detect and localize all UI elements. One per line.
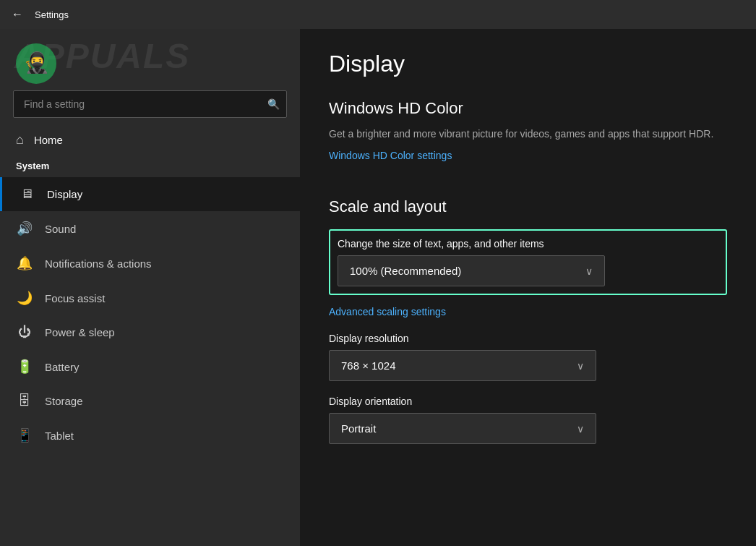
tablet-icon: 📱 [16, 427, 33, 443]
sidebar-item-notifications[interactable]: 🔔 Notifications & actions [0, 246, 300, 281]
scale-title: Scale and layout [329, 197, 727, 216]
size-dropdown[interactable]: 100% (Recommended) ∨ [338, 255, 605, 286]
power-icon: ⏻ [16, 325, 33, 340]
hdr-title: Windows HD Color [329, 99, 727, 118]
back-button[interactable]: ← [9, 5, 26, 24]
scale-section: Scale and layout Change the size of text… [329, 197, 727, 444]
sidebar-item-sound[interactable]: 🔊 Sound [0, 211, 300, 246]
title-bar: ← Settings [0, 0, 756, 29]
resolution-value: 768 × 1024 [341, 359, 396, 372]
scaling-link[interactable]: Advanced scaling settings [329, 306, 446, 317]
hdr-section: Windows HD Color Get a brighter and more… [329, 99, 727, 162]
sidebar: APPUALS 🥷 🔍 ⌂ Home System 🖥 Display 🔊 [0, 29, 300, 546]
sidebar-item-display[interactable]: 🖥 Display [0, 177, 300, 211]
resolution-chevron-icon: ∨ [577, 360, 584, 372]
nav-label-battery: Battery [45, 361, 80, 373]
storage-icon: 🗄 [16, 393, 33, 409]
orientation-chevron-icon: ∨ [577, 423, 584, 435]
hdr-link[interactable]: Windows HD Color settings [329, 150, 452, 161]
size-group-box: Change the size of text, apps, and other… [329, 229, 727, 295]
content-panel: Display Windows HD Color Get a brighter … [300, 29, 756, 546]
home-icon: ⌂ [16, 132, 24, 148]
sidebar-item-storage[interactable]: 🗄 Storage [0, 384, 300, 418]
home-label: Home [34, 134, 63, 146]
svg-text:🥷: 🥷 [24, 51, 49, 74]
nav-label-focus: Focus assist [45, 292, 105, 304]
size-label: Change the size of text, apps, and other… [338, 238, 718, 249]
resolution-label: Display resolution [329, 333, 727, 344]
resolution-dropdown[interactable]: 768 × 1024 ∨ [329, 350, 596, 381]
sound-icon: 🔊 [16, 221, 33, 236]
search-container: 🔍 [13, 90, 287, 118]
search-icon: 🔍 [267, 98, 280, 110]
search-input[interactable] [13, 90, 287, 118]
focus-icon: 🌙 [16, 290, 33, 306]
notifications-icon: 🔔 [16, 255, 33, 271]
nav-label-storage: Storage [45, 395, 83, 407]
divider-1 [329, 179, 727, 180]
system-section-label: System [0, 155, 300, 177]
orientation-section: Display orientation Portrait ∨ [329, 396, 727, 444]
logo: 🥷 [14, 42, 58, 85]
nav-label-notifications: Notifications & actions [45, 257, 152, 270]
orientation-label: Display orientation [329, 396, 727, 407]
sidebar-item-tablet[interactable]: 📱 Tablet [0, 418, 300, 453]
nav-label-display: Display [47, 188, 82, 200]
home-item[interactable]: ⌂ Home [0, 125, 300, 155]
display-icon: 🖥 [18, 187, 35, 202]
main-container: APPUALS 🥷 🔍 ⌂ Home System 🖥 Display 🔊 [0, 29, 756, 546]
orientation-value: Portrait [341, 422, 376, 435]
title-bar-title: Settings [35, 9, 69, 20]
battery-icon: 🔋 [16, 359, 33, 375]
size-dropdown-group: Change the size of text, apps, and other… [329, 229, 727, 318]
sidebar-item-battery[interactable]: 🔋 Battery [0, 349, 300, 384]
size-chevron-icon: ∨ [585, 265, 593, 277]
sidebar-item-power[interactable]: ⏻ Power & sleep [0, 315, 300, 349]
page-title: Display [329, 51, 727, 77]
size-value: 100% (Recommended) [350, 265, 461, 277]
nav-label-tablet: Tablet [45, 430, 74, 442]
nav-label-power: Power & sleep [45, 326, 115, 338]
orientation-dropdown[interactable]: Portrait ∨ [329, 413, 596, 444]
hdr-description: Get a brighter and more vibrant picture … [329, 127, 727, 142]
resolution-section: Display resolution 768 × 1024 ∨ [329, 333, 727, 381]
nav-label-sound: Sound [45, 223, 76, 235]
sidebar-item-focus[interactable]: 🌙 Focus assist [0, 281, 300, 315]
